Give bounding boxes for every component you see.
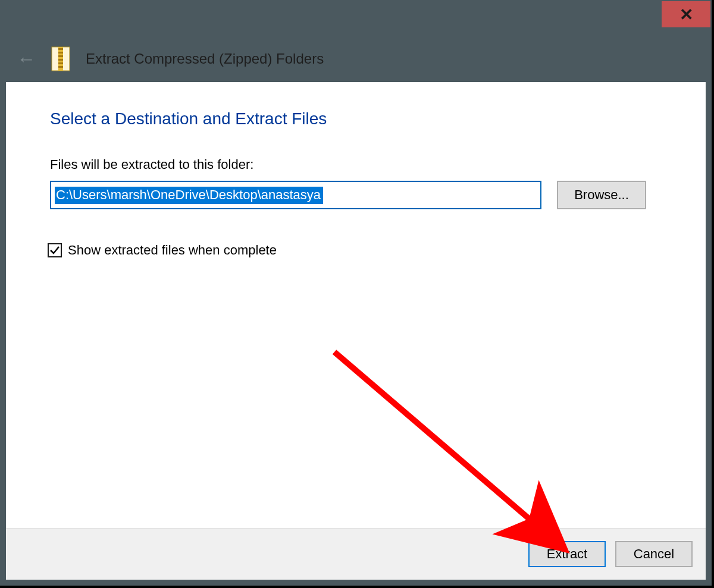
svg-rect-4 xyxy=(58,55,63,57)
destination-row: C:\Users\marsh\OneDrive\Desktop\anastasy… xyxy=(50,181,662,209)
close-button[interactable]: ✕ xyxy=(662,1,710,27)
page-heading: Select a Destination and Extract Files xyxy=(50,109,662,128)
titlebar: ✕ xyxy=(1,1,710,36)
folder-label: Files will be extracted to this folder: xyxy=(50,157,662,172)
svg-rect-6 xyxy=(58,62,63,64)
wizard-header: ← Extract Compressed (Zipped) Folders xyxy=(1,36,710,82)
svg-rect-5 xyxy=(58,59,63,61)
show-files-label: Show extracted files when complete xyxy=(68,243,277,258)
extract-button[interactable]: Extract xyxy=(528,541,606,567)
back-arrow-icon: ← xyxy=(17,49,36,68)
wizard-footer: Extract Cancel xyxy=(6,528,706,580)
cancel-button[interactable]: Cancel xyxy=(615,541,693,567)
checkmark-icon xyxy=(49,245,60,256)
show-files-option[interactable]: Show extracted files when complete xyxy=(48,243,662,258)
wizard-title: Extract Compressed (Zipped) Folders xyxy=(86,51,324,67)
svg-rect-7 xyxy=(58,66,63,68)
show-files-checkbox[interactable] xyxy=(48,243,62,257)
svg-rect-3 xyxy=(58,52,63,54)
destination-path-value: C:\Users\marsh\OneDrive\Desktop\anastasy… xyxy=(55,187,323,204)
extract-wizard-window: ✕ ← Extract Compressed (Zipped) Folders … xyxy=(0,0,712,586)
zip-folder-icon xyxy=(51,46,70,71)
close-icon: ✕ xyxy=(679,5,693,24)
wizard-body: Select a Destination and Extract Files F… xyxy=(6,82,706,529)
svg-rect-2 xyxy=(58,48,63,50)
browse-button[interactable]: Browse... xyxy=(557,181,646,209)
destination-path-input[interactable]: C:\Users\marsh\OneDrive\Desktop\anastasy… xyxy=(50,181,541,209)
